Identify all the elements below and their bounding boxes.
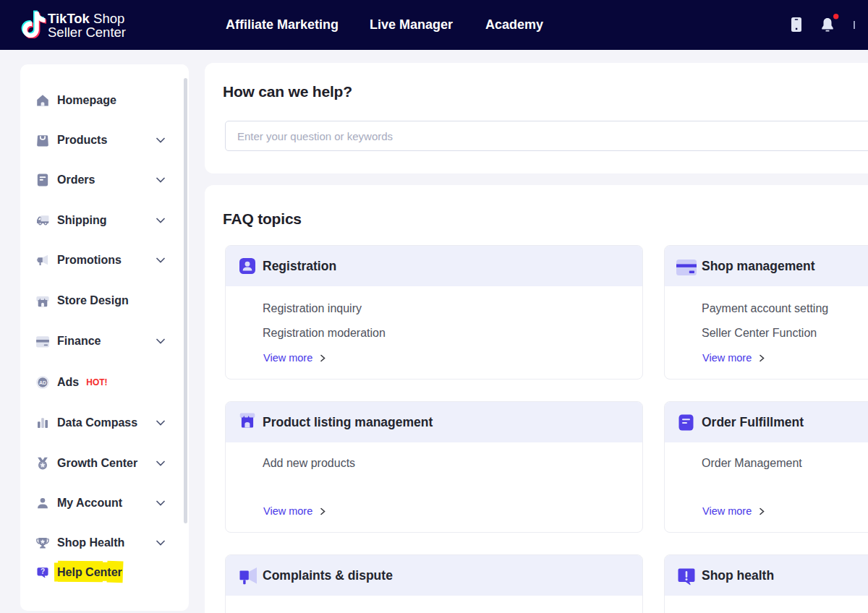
svg-text:?: ? bbox=[41, 567, 45, 575]
svg-text:AD: AD bbox=[39, 380, 46, 385]
